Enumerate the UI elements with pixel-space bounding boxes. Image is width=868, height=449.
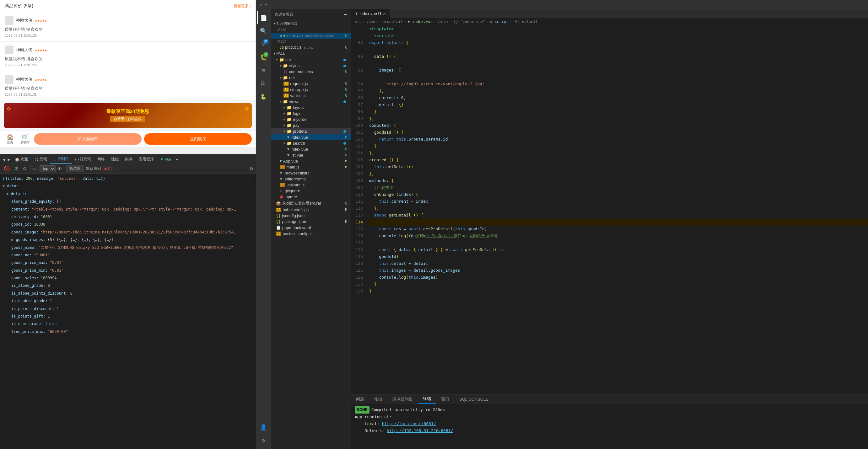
console-output[interactable]: ℹ {status: 200, message: 'success', data… <box>0 173 256 449</box>
tab-close-icon[interactable]: ✕ <box>383 11 385 16</box>
sidebar-more-icon[interactable]: ⋯ <box>344 11 347 17</box>
tree-pnpm-lock[interactable]: 📋 pnpm-lock.yaml <box>271 225 351 231</box>
tree-pay[interactable]: ▶ 📁 pay <box>271 122 351 128</box>
tab-vue[interactable]: ▼ Vue <box>157 155 175 163</box>
code-editor[interactable]: 88 90 92 94 95 96 97 98 99 100 101 102 1… <box>351 25 868 394</box>
local-url[interactable]: http://localhost:8081/ <box>382 421 436 426</box>
tree-npmrc[interactable]: ⬢ .npmrc <box>271 194 351 200</box>
tree-myorder[interactable]: ▶ 📁 myorder <box>271 117 351 122</box>
expand-arrow-2[interactable]: ▼ <box>6 192 8 196</box>
cart-btn[interactable]: 🛒 购物车 <box>19 134 31 145</box>
panel-tab-window[interactable]: 窗口 <box>436 395 454 404</box>
tree-jsconfig[interactable]: {} jsconfig.json <box>271 213 351 219</box>
code-line-121: this.images = detail.goods_images <box>369 267 868 274</box>
tab-application[interactable]: 应用程序 <box>135 155 157 164</box>
activity-settings[interactable]: ⚙ <box>257 434 270 447</box>
clear-console-btn[interactable]: 🚫 <box>2 165 11 172</box>
network-url[interactable]: http://192.168.31.226:8081/ <box>387 428 453 433</box>
folder-icon-pro: 📁 <box>287 129 291 134</box>
editor-tab-index-vue[interactable]: ▼ index.vue U ✕ <box>351 9 390 18</box>
tree-babel-config[interactable]: JS babel.config.js M <box>271 207 351 213</box>
add-cart-button[interactable]: 加入购物车 <box>34 133 142 145</box>
eye-btn[interactable]: 👁 <box>57 166 62 171</box>
section-title-open-editors[interactable]: ▼ 打开的编辑器 <box>271 20 351 27</box>
open-file-product-js[interactable]: JS product.js src/api U <box>271 44 351 50</box>
tree-eslintrc[interactable]: JS .eslintrc.js <box>271 182 351 188</box>
tree-request-js[interactable]: JS request.js U <box>271 81 351 87</box>
expand-arrow[interactable]: ▼ <box>2 184 5 188</box>
sidebar-header: 资源管理器 ⋯ <box>271 9 351 20</box>
expand-arrow-3[interactable]: ▶ <box>11 237 13 242</box>
settings-btn[interactable]: ⚙ <box>22 166 28 172</box>
line-numbers: 88 90 92 94 95 96 97 98 99 100 101 102 1… <box>351 25 367 394</box>
code-line-123: } <box>369 281 868 288</box>
panel-tab-output[interactable]: 输出 <box>369 395 388 404</box>
tree-package-json[interactable]: {} package.json M <box>271 219 351 225</box>
common-less-label: common.less <box>289 69 313 74</box>
tree-browserslistrc[interactable]: ⚙ .browserslistrc <box>271 170 351 176</box>
devtools-tabs-bar: ◀ ▶ 🏠 欢迎 ⟨⟩ 元素 ⊡ 控制台 { } 源代码 网络 性能 内存 应用… <box>0 154 256 164</box>
activity-git[interactable]: ⑂ 45 <box>257 38 270 50</box>
tab-memory[interactable]: 内存 <box>122 155 135 164</box>
tree-editorconfig[interactable]: ⚙ .editorconfig <box>271 176 351 182</box>
tree-app-vue[interactable]: ▼ App.vue M <box>271 158 351 164</box>
devtools-forward-btn[interactable]: ▶ <box>6 155 11 164</box>
tree-styles[interactable]: ▼ 📁 styles <box>271 63 351 69</box>
activity-debug[interactable]: 🐛 4 <box>257 51 270 63</box>
activity-explorer[interactable]: 📄 <box>257 11 270 24</box>
tab-add[interactable]: + <box>174 155 179 164</box>
block-btn[interactable]: ⊗ <box>13 165 20 172</box>
home-btn[interactable]: 🏠 首页 <box>4 134 16 145</box>
activity-database[interactable]: 🗄 <box>257 77 270 90</box>
activity-extensions[interactable]: ⊞ <box>257 64 270 76</box>
section-title-mail[interactable]: ▼ MAIL <box>271 50 351 57</box>
tab-welcome[interactable]: 🏠 欢迎 <box>11 155 31 164</box>
tree-vant-ui-js[interactable]: JS vant-ui.js U <box>271 93 351 98</box>
code-line-108: methods: { <box>369 177 868 184</box>
activity-account[interactable]: 👤 <box>257 421 270 433</box>
forward-icon[interactable]: ↪ <box>265 2 267 7</box>
tree-utils[interactable]: ▼ 📁 utils <box>271 75 351 81</box>
panel-content[interactable]: DONE Compiled successfully in 246ms App … <box>351 404 868 449</box>
tab-performance[interactable]: 性能 <box>108 155 122 164</box>
tab-sources[interactable]: { } 源代码 <box>72 155 94 164</box>
open-file-index-vue[interactable]: ✕ ▼ index.vue src/views/prodetail U <box>271 33 351 39</box>
panel-tab-problems[interactable]: 问题 <box>351 395 369 404</box>
tree-gitignore[interactable]: ⊂ .gitignore <box>271 188 351 194</box>
tree-src[interactable]: ▼ 📁 src <box>271 57 351 63</box>
tree-list-vue[interactable]: ▼ list.vue U <box>271 152 351 158</box>
tree-main-js[interactable]: JS main.js M <box>271 164 351 170</box>
history-icon[interactable]: ↩ <box>259 2 262 7</box>
console-line-status: ℹ {status: 200, message: 'success', data… <box>0 175 256 182</box>
activity-python[interactable]: 🐍 <box>257 90 270 103</box>
gear-btn[interactable]: ⚙ <box>249 166 253 171</box>
tab-elements[interactable]: ⟨⟩ 元素 <box>31 155 50 164</box>
tree-login-folder[interactable]: ▶ 📁 login <box>271 110 351 117</box>
file-tree[interactable]: ▼ 打开的编辑器 第1组 ✕ ▼ index.vue src/views/pro… <box>271 20 351 449</box>
panel-tab-debug[interactable]: 调试控制台 <box>388 395 418 404</box>
tree-layout[interactable]: ▶ 📁 layout <box>271 104 351 110</box>
devtools-back-btn[interactable]: ◀ <box>1 155 6 164</box>
tree-prodetail-index[interactable]: ▼ index.vue U <box>271 134 351 140</box>
tree-storage-js[interactable]: JS storage.js U <box>271 87 351 93</box>
activity-search[interactable]: 🔍 <box>257 25 270 37</box>
buy-now-button[interactable]: 立刻购买 <box>144 133 252 145</box>
tree-common-less[interactable]: || common.less U <box>271 69 351 75</box>
context-dropdown[interactable]: top <box>39 165 56 172</box>
tree-search-index[interactable]: ▼ index.vue U <box>271 146 351 152</box>
tab-console[interactable]: ⊡ 控制台 <box>50 154 72 164</box>
tree-from-default[interactable]: 📦 从ci默认改造后src.rar U <box>271 200 351 207</box>
panel-tab-terminal[interactable]: 终端 <box>418 394 436 404</box>
jsconfig-label: jsconfig.json <box>282 213 305 218</box>
tab-label: index.vue U <box>360 11 381 16</box>
panel-tab-sql[interactable]: SQL CONSOLE <box>454 395 494 403</box>
tree-search-folder[interactable]: ▼ 📁 search <box>271 140 351 146</box>
tree-views[interactable]: ▼ 📁 views <box>271 98 351 104</box>
tab-network[interactable]: 网络 <box>94 155 108 164</box>
divider-handle[interactable]: — — <box>0 147 255 154</box>
view-more[interactable]: 查看更多 › <box>234 3 251 9</box>
filter-btn[interactable]: 筛选器 <box>66 165 84 172</box>
close-file-icon[interactable]: ✕ <box>280 34 282 38</box>
tree-postcss[interactable]: JS postcss.config.js <box>271 231 351 236</box>
tree-prodetail[interactable]: ▼ 📁 prodetail <box>271 128 351 134</box>
